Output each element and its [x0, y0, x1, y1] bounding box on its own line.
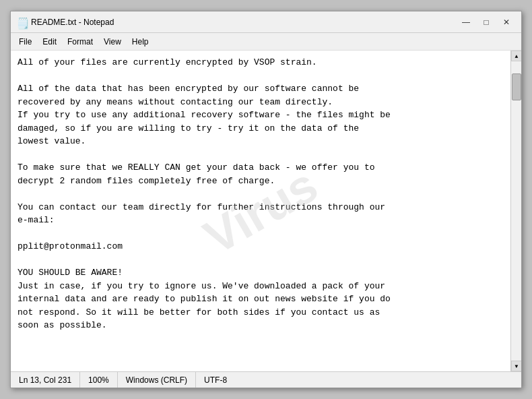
app-icon: 🗒️ — [16, 17, 27, 28]
scrollbar-vertical[interactable]: ▲ ▼ — [510, 51, 521, 371]
scroll-down-arrow[interactable]: ▼ — [511, 361, 521, 371]
notepad-window: 🗒️ README.txt - Notepad — □ ✕ File Edit … — [10, 11, 522, 388]
minimize-button[interactable]: — — [457, 16, 475, 29]
status-bar: Ln 13, Col 231 100% Windows (CRLF) UTF-8 — [11, 371, 521, 388]
menu-edit[interactable]: Edit — [37, 35, 62, 49]
menu-help[interactable]: Help — [127, 35, 154, 49]
title-bar: 🗒️ README.txt - Notepad — □ ✕ — [11, 11, 521, 33]
cursor-position: Ln 13, Col 231 — [19, 375, 71, 385]
scroll-up-arrow[interactable]: ▲ — [511, 51, 521, 61]
content-area: Virus All of your files are currently en… — [11, 51, 521, 371]
window-title: README.txt - Notepad — [31, 18, 114, 27]
text-content[interactable]: All of your files are currently encrypte… — [18, 56, 504, 366]
encoding: UTF-8 — [204, 375, 227, 385]
close-button[interactable]: ✕ — [497, 16, 516, 29]
menu-bar: File Edit Format View Help — [11, 33, 521, 51]
menu-file[interactable]: File — [13, 35, 37, 49]
zoom-level: 100% — [88, 375, 109, 385]
status-encoding: UTF-8 — [196, 372, 235, 388]
scroll-thumb[interactable] — [512, 73, 521, 100]
title-bar-left: 🗒️ README.txt - Notepad — [16, 17, 114, 28]
status-line-ending: Windows (CRLF) — [118, 372, 196, 388]
menu-format[interactable]: Format — [62, 35, 98, 49]
status-zoom: 100% — [80, 372, 118, 388]
title-bar-buttons: — □ ✕ — [457, 16, 516, 29]
text-area-wrapper[interactable]: Virus All of your files are currently en… — [11, 51, 510, 371]
status-position: Ln 13, Col 231 — [11, 372, 80, 388]
menu-view[interactable]: View — [98, 35, 127, 49]
maximize-button[interactable]: □ — [477, 16, 496, 29]
line-ending: Windows (CRLF) — [126, 375, 187, 385]
